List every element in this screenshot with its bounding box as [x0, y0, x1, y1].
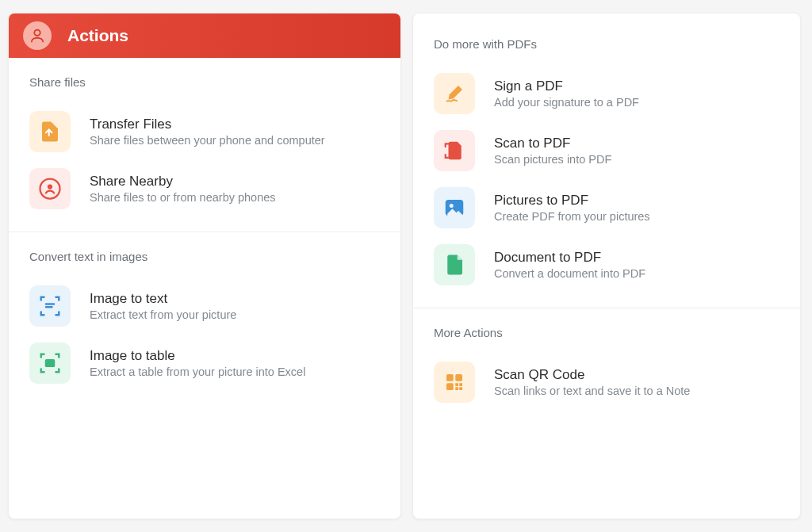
svg-point-5	[450, 204, 454, 208]
svg-rect-12	[459, 387, 462, 390]
item-desc: Add your signature to a PDF	[494, 96, 639, 109]
item-desc: Share files between your phone and compu…	[90, 134, 325, 147]
item-desc: Extract text from your picture	[90, 308, 236, 321]
right-panel: Do more with PDFs Sign a PDF Add your si…	[412, 13, 801, 519]
action-pictures-to-pdf[interactable]: Pictures to PDF Create PDF from your pic…	[413, 179, 800, 236]
svg-rect-9	[455, 383, 458, 386]
user-avatar[interactable]	[23, 21, 52, 50]
item-desc: Share files to or from nearby phones	[90, 191, 276, 204]
item-title: Transfer Files	[90, 117, 325, 132]
item-desc: Create PDF from your pictures	[494, 210, 650, 223]
header-title: Actions	[67, 26, 128, 45]
section-more-label: More Actions	[413, 308, 800, 350]
action-image-to-text[interactable]: Image to text Extract text from your pic…	[9, 274, 400, 335]
svg-rect-7	[455, 374, 462, 381]
item-title: Share Nearby	[90, 174, 276, 189]
action-image-to-table[interactable]: Image to table Extract a table from your…	[9, 335, 400, 401]
scan-to-pdf-icon	[434, 130, 475, 171]
qr-code-icon	[434, 362, 475, 403]
svg-rect-3	[45, 359, 56, 367]
action-sign-pdf[interactable]: Sign a PDF Add your signature to a PDF	[413, 62, 800, 122]
document-to-pdf-icon	[434, 244, 475, 285]
left-panel: Actions Share files Transfer Files Share…	[8, 13, 401, 519]
action-scan-to-pdf[interactable]: Scan to PDF Scan pictures into PDF	[413, 122, 800, 179]
item-title: Image to text	[90, 291, 236, 307]
item-title: Sign a PDF	[494, 78, 639, 94]
share-nearby-icon	[29, 168, 71, 209]
item-title: Scan QR Code	[494, 367, 690, 383]
item-title: Image to table	[90, 348, 305, 364]
item-desc: Convert a document into PDF	[494, 267, 645, 280]
action-transfer-files[interactable]: Transfer Files Share files between your …	[9, 100, 400, 160]
svg-point-2	[48, 184, 52, 189]
action-document-to-pdf[interactable]: Document to PDF Convert a document into …	[413, 236, 800, 303]
item-desc: Scan links or text and save it to a Note	[494, 385, 690, 397]
item-desc: Extract a table from your picture into E…	[90, 366, 305, 378]
svg-rect-6	[446, 374, 454, 381]
item-desc: Scan pictures into PDF	[494, 153, 611, 166]
svg-point-0	[34, 30, 40, 36]
item-title: Scan to PDF	[494, 136, 611, 151]
section-share-label: Share files	[9, 58, 400, 100]
svg-rect-11	[455, 387, 458, 390]
section-pdf-label: Do more with PDFs	[413, 20, 800, 62]
image-to-text-icon	[29, 285, 71, 327]
user-icon	[29, 27, 46, 44]
image-to-table-icon	[29, 343, 71, 384]
item-title: Pictures to PDF	[494, 193, 650, 209]
action-share-nearby[interactable]: Share Nearby Share files to or from near…	[9, 160, 400, 227]
transfer-files-icon	[29, 111, 71, 152]
sign-pdf-icon	[434, 73, 475, 114]
pictures-to-pdf-icon	[434, 187, 475, 228]
action-scan-qr[interactable]: Scan QR Code Scan links or text and save…	[413, 350, 800, 420]
item-title: Document to PDF	[494, 250, 645, 266]
section-convert-label: Convert text in images	[9, 232, 400, 274]
svg-rect-8	[446, 383, 454, 390]
header-bar: Actions	[9, 13, 400, 58]
svg-rect-10	[459, 383, 462, 386]
